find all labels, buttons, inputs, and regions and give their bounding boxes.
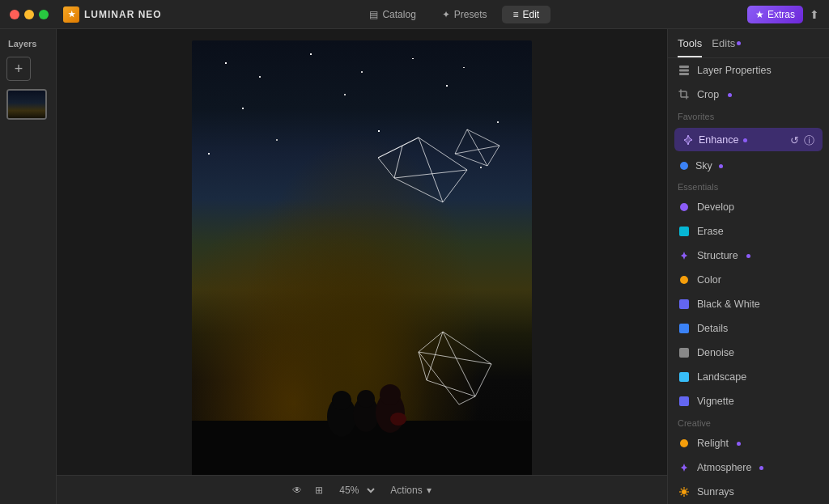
svg-line-6 [378, 146, 402, 158]
svg-rect-25 [679, 70, 689, 72]
actions-arrow-icon: ▾ [427, 485, 432, 496]
enhance-info-button[interactable]: ⓘ [804, 135, 814, 146]
color-item[interactable]: Color [668, 268, 829, 292]
relight-item[interactable]: Relight [668, 431, 829, 455]
svg-point-18 [332, 391, 351, 410]
creative-label: Creative [668, 413, 829, 431]
extras-button[interactable]: ★ Extras [747, 6, 803, 23]
kite-drawing-svg [192, 40, 532, 493]
layer-thumb-svg [8, 91, 47, 120]
layer-properties-item[interactable]: Layer Properties [668, 58, 829, 83]
svg-line-44 [687, 489, 688, 490]
traffic-lights [10, 10, 49, 19]
right-panel: Tools Edits Layer Properties [667, 29, 829, 504]
erase-item[interactable]: Erase [668, 219, 829, 244]
enhance-title: Enhance [682, 134, 747, 146]
zoom-control[interactable]: 45% 25% 50% 75% 100% [336, 484, 377, 497]
view-toggle[interactable]: 👁 [292, 485, 302, 496]
details-item[interactable]: Details [668, 316, 829, 341]
actions-menu[interactable]: Actions ▾ [390, 485, 431, 496]
svg-rect-29 [679, 227, 689, 236]
add-layer-button[interactable]: + [6, 57, 31, 81]
color-icon [678, 273, 691, 286]
svg-point-28 [680, 203, 688, 211]
vignette-icon [678, 395, 691, 408]
crop-dot [728, 93, 732, 97]
relight-icon [678, 437, 691, 450]
details-icon [678, 322, 691, 335]
svg-rect-34 [679, 372, 689, 382]
relight-dot [737, 442, 741, 446]
denoise-item[interactable]: Denoise [668, 341, 829, 365]
panel-tabs: Tools Edits [668, 29, 829, 58]
presets-icon: ✦ [442, 9, 450, 20]
extras-star-icon: ★ [755, 9, 764, 20]
logo-icon: ★ [63, 6, 79, 23]
share-icon[interactable]: ⬆ [810, 8, 819, 21]
canvas-area[interactable]: 👁 ⊞ 45% 25% 50% 75% 100% Actions ▾ [57, 29, 667, 504]
sunrays-icon [678, 485, 691, 498]
catalog-icon: ▤ [369, 9, 378, 20]
svg-line-45 [681, 494, 682, 496]
denoise-icon [678, 346, 691, 359]
maximize-button[interactable] [39, 10, 49, 19]
svg-line-12 [419, 352, 491, 364]
vignette-item[interactable]: Vignette [668, 389, 829, 413]
layer-properties-icon [678, 64, 691, 77]
structure-item[interactable]: Structure [668, 244, 829, 268]
titlebar-left: ★ LUMINAR NEO [10, 6, 162, 23]
main-layout: Layers + [0, 29, 829, 504]
minimize-button[interactable] [24, 10, 34, 19]
svg-rect-31 [679, 299, 689, 309]
layer-thumbnail[interactable] [6, 89, 47, 120]
titlebar: ★ LUMINAR NEO ▤ Catalog ✦ Presets ≡ Edit… [0, 0, 829, 29]
svg-line-4 [378, 138, 419, 158]
nav-catalog[interactable]: ▤ Catalog [358, 6, 427, 23]
svg-line-42 [681, 489, 682, 490]
svg-line-9 [455, 146, 500, 154]
enhance-icon [682, 134, 694, 146]
svg-point-30 [680, 276, 688, 284]
svg-line-2 [419, 138, 443, 202]
close-button[interactable] [10, 10, 19, 19]
enhance-controls: ↺ ⓘ [790, 135, 814, 146]
sky-icon [678, 159, 691, 172]
svg-point-23 [390, 413, 406, 426]
sky-item[interactable]: Sky [668, 155, 829, 177]
zoom-select[interactable]: 45% 25% 50% 75% 100% [336, 484, 377, 497]
bw-item[interactable]: Black & White [668, 292, 829, 316]
crop-item[interactable]: Crop [668, 83, 829, 107]
svg-rect-33 [679, 348, 689, 358]
structure-icon [678, 249, 691, 262]
photo-background [192, 40, 532, 493]
svg-point-37 [682, 489, 687, 494]
canvas-image [192, 40, 532, 493]
svg-line-3 [394, 170, 467, 178]
titlebar-nav: ▤ Catalog ✦ Presets ≡ Edit [358, 6, 551, 23]
svg-marker-10 [419, 332, 491, 396]
tab-edits[interactable]: Edits [712, 37, 741, 57]
layout-toggle[interactable]: ⊞ [315, 485, 323, 496]
svg-point-21 [376, 392, 405, 433]
develop-item[interactable]: Develop [668, 195, 829, 219]
app-name: LUMINAR NEO [84, 9, 162, 20]
landscape-item[interactable]: Landscape [668, 365, 829, 389]
atmosphere-icon [678, 461, 691, 474]
nav-edit[interactable]: ≡ Edit [502, 6, 551, 23]
tab-tools[interactable]: Tools [678, 37, 702, 57]
sky-cloud-icon [679, 161, 689, 171]
svg-marker-1 [394, 138, 467, 202]
svg-point-27 [680, 162, 688, 170]
enhance-card: Enhance ↺ ⓘ Adjustments Masking ‹ [674, 128, 823, 151]
layers-title: Layers [6, 39, 49, 49]
eye-icon: 👁 [292, 485, 302, 496]
atmosphere-item[interactable]: Atmosphere [668, 455, 829, 480]
sunrays-item[interactable]: Sunrays [668, 480, 829, 504]
svg-line-43 [687, 494, 688, 496]
sky-dot [719, 164, 723, 168]
structure-dot [746, 254, 750, 258]
canvas-wrapper [192, 40, 532, 493]
enhance-undo-button[interactable]: ↺ [790, 135, 799, 146]
bw-icon [678, 298, 691, 311]
nav-presets[interactable]: ✦ Presets [431, 6, 499, 23]
